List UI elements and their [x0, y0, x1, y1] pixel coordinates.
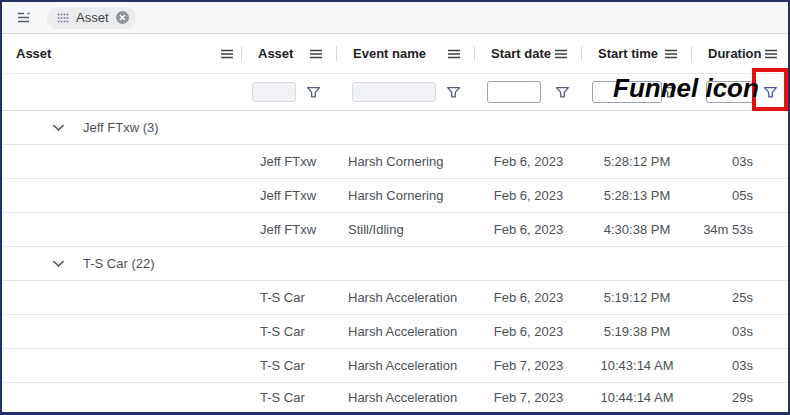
group-row-jeff-ftxw[interactable]: Jeff FTxw (3): [2, 111, 788, 145]
cell-start-time: 10:44:14 AM: [582, 390, 692, 405]
table-row[interactable]: T-S Car Harsh Acceleration Feb 6, 2023 5…: [2, 281, 788, 315]
menu-icon[interactable]: [554, 49, 568, 59]
group-panel-bar: Asset: [2, 2, 788, 34]
cell-asset: T-S Car: [242, 290, 337, 305]
group-row-t-s-car[interactable]: T-S Car (22): [2, 247, 788, 281]
table-row[interactable]: T-S Car Harsh Acceleration Feb 7, 2023 1…: [2, 349, 788, 383]
column-header-start-date[interactable]: Start date: [475, 34, 582, 73]
table-row[interactable]: T-S Car Harsh Acceleration Feb 7, 2023 1…: [2, 383, 788, 412]
menu-icon[interactable]: [309, 49, 323, 59]
column-label: Duration: [708, 46, 761, 61]
chevron-down-icon[interactable]: [52, 259, 65, 268]
cell-asset: T-S Car: [242, 324, 337, 339]
cell-start-time: 5:19:38 PM: [582, 324, 692, 339]
cell-asset: Jeff FTxw: [242, 188, 337, 203]
menu-icon[interactable]: [447, 49, 461, 59]
funnel-icon[interactable]: [763, 85, 778, 100]
column-label: Start time: [598, 46, 658, 61]
menu-icon[interactable]: [764, 49, 778, 59]
cell-start-date: Feb 6, 2023: [475, 188, 582, 203]
cell-start-date: Feb 6, 2023: [475, 154, 582, 169]
cell-asset: Jeff FTxw: [242, 154, 337, 169]
cell-event-name: Harsh Cornering: [337, 188, 475, 203]
column-label: Event name: [353, 46, 426, 61]
cell-duration: 03s: [692, 154, 788, 169]
cell-asset: T-S Car: [242, 358, 337, 373]
column-header-group-asset[interactable]: Asset: [2, 34, 242, 73]
cell-event-name: Harsh Acceleration: [337, 290, 475, 305]
column-label: Start date: [491, 46, 551, 61]
group-label: T-S Car (22): [83, 256, 155, 271]
funnel-icon[interactable]: [446, 85, 461, 100]
filter-cell-group: [2, 74, 242, 110]
group-label: Jeff FTxw (3): [83, 120, 159, 135]
funnel-icon[interactable]: [555, 85, 570, 100]
cell-start-time: 5:28:12 PM: [582, 154, 692, 169]
events-grid-window: Asset Asset Asset Event name Start date …: [0, 0, 790, 415]
event-name-filter-input[interactable]: [352, 82, 436, 102]
table-row[interactable]: Jeff FTxw Still/Idling Feb 6, 2023 4:30:…: [2, 213, 788, 247]
cell-start-time: 4:30:38 PM: [582, 222, 692, 237]
cell-duration: 05s: [692, 188, 788, 203]
annotation-label: Funnel icon: [613, 72, 759, 104]
group-chip-asset[interactable]: Asset: [47, 7, 136, 29]
cell-event-name: Harsh Acceleration: [337, 324, 475, 339]
cell-start-date: Feb 6, 2023: [475, 222, 582, 237]
cell-start-date: Feb 7, 2023: [475, 390, 582, 405]
group-chip-label: Asset: [76, 10, 109, 25]
cell-event-name: Harsh Acceleration: [337, 358, 475, 373]
column-header-duration[interactable]: Duration: [692, 34, 788, 73]
column-header-start-time[interactable]: Start time: [582, 34, 692, 73]
filter-cell-asset: [242, 74, 337, 110]
cell-duration: 29s: [692, 390, 788, 405]
cell-duration: 03s: [692, 324, 788, 339]
table-row[interactable]: Jeff FTxw Harsh Cornering Feb 6, 2023 5:…: [2, 145, 788, 179]
table-row[interactable]: Jeff FTxw Harsh Cornering Feb 6, 2023 5:…: [2, 179, 788, 213]
cell-duration: 25s: [692, 290, 788, 305]
cell-asset: Jeff FTxw: [242, 222, 337, 237]
cell-start-time: 10:43:14 AM: [582, 358, 692, 373]
cell-asset: T-S Car: [242, 390, 337, 405]
column-label: Asset: [258, 46, 293, 61]
start-date-filter-input[interactable]: [487, 81, 541, 103]
cell-duration: 03s: [692, 358, 788, 373]
cell-duration: 34m 53s: [692, 222, 788, 237]
asset-filter-input[interactable]: [252, 82, 296, 102]
row-groups-icon[interactable]: [15, 9, 33, 27]
cell-event-name: Still/Idling: [337, 222, 475, 237]
menu-icon[interactable]: [664, 49, 678, 59]
filter-cell-start-date: [475, 74, 582, 110]
header-row: Asset Asset Event name Start date Start …: [2, 34, 788, 74]
column-header-event-name[interactable]: Event name: [337, 34, 475, 73]
cell-start-date: Feb 7, 2023: [475, 358, 582, 373]
filter-cell-event-name: [337, 74, 475, 110]
column-header-asset[interactable]: Asset: [242, 34, 337, 73]
cell-start-time: 5:19:12 PM: [582, 290, 692, 305]
funnel-icon[interactable]: [306, 85, 321, 100]
cell-start-time: 5:28:13 PM: [582, 188, 692, 203]
chevron-down-icon[interactable]: [52, 123, 65, 132]
cell-event-name: Harsh Acceleration: [337, 390, 475, 405]
grip-dots-icon: [57, 13, 69, 23]
cell-start-date: Feb 6, 2023: [475, 290, 582, 305]
cell-event-name: Harsh Cornering: [337, 154, 475, 169]
close-icon[interactable]: [116, 11, 129, 24]
cell-start-date: Feb 6, 2023: [475, 324, 582, 339]
column-label: Asset: [16, 46, 51, 61]
table-row[interactable]: T-S Car Harsh Acceleration Feb 6, 2023 5…: [2, 315, 788, 349]
menu-icon[interactable]: [220, 49, 234, 59]
